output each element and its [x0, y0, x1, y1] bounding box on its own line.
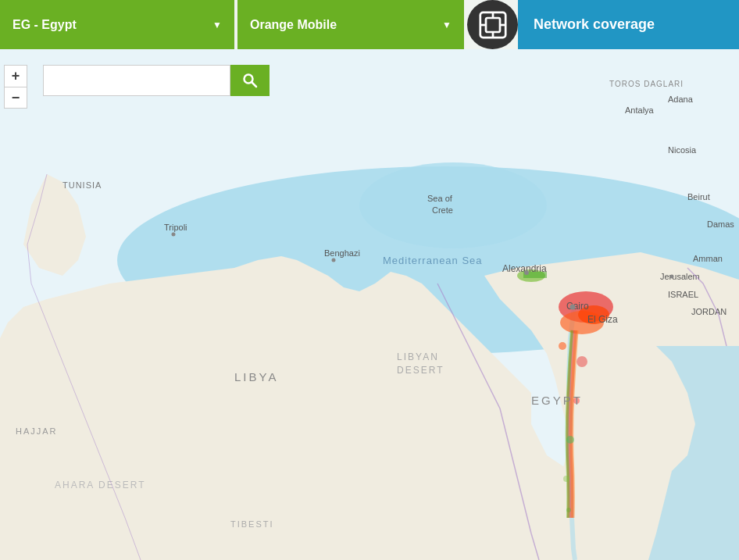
- svg-text:DESERT: DESERT: [397, 365, 444, 376]
- svg-point-17: [566, 436, 574, 444]
- zoom-controls: + −: [4, 65, 27, 109]
- svg-text:Amman: Amman: [693, 254, 723, 263]
- svg-text:Beirut: Beirut: [687, 192, 710, 202]
- operator-label: Orange Mobile: [250, 18, 337, 32]
- svg-rect-1: [486, 18, 500, 32]
- svg-text:TUNISIA: TUNISIA: [62, 180, 102, 190]
- svg-point-47: [332, 259, 336, 262]
- svg-point-46: [172, 233, 176, 237]
- svg-text:HAJJAR: HAJJAR: [16, 426, 58, 436]
- operator-arrow-icon: ▼: [442, 20, 452, 30]
- country-dropdown[interactable]: EG - Egypt ▼: [0, 0, 234, 49]
- svg-text:Nicosia: Nicosia: [668, 145, 697, 155]
- network-coverage-label: Network coverage: [534, 16, 655, 33]
- svg-text:Sea of: Sea of: [427, 194, 453, 203]
- svg-point-15: [577, 356, 587, 367]
- map-container[interactable]: TOROS DAGLARI Adana Antalya Sea of Crete…: [0, 49, 739, 560]
- svg-point-14: [559, 342, 566, 350]
- zoom-out-button[interactable]: −: [4, 87, 27, 109]
- svg-text:LIBYA: LIBYA: [234, 370, 278, 383]
- svg-text:Cairo: Cairo: [566, 301, 589, 312]
- svg-text:Adana: Adana: [668, 95, 694, 104]
- svg-text:Antalya: Antalya: [625, 105, 655, 115]
- expand-icon-button[interactable]: [467, 0, 518, 49]
- svg-text:LIBYAN: LIBYAN: [397, 351, 439, 362]
- svg-text:TIBESTI: TIBESTI: [230, 519, 274, 529]
- search-bar: [43, 65, 270, 96]
- header: EG - Egypt ▼ Orange Mobile ▼ Network cov…: [0, 0, 739, 49]
- svg-text:ISRAEL: ISRAEL: [668, 290, 698, 299]
- svg-point-18: [563, 476, 569, 482]
- country-label: EG - Egypt: [12, 18, 77, 32]
- network-coverage-button[interactable]: Network coverage: [518, 0, 739, 49]
- svg-point-49: [570, 305, 576, 310]
- svg-text:Benghazi: Benghazi: [324, 248, 360, 258]
- svg-text:Tripoli: Tripoli: [164, 223, 187, 232]
- search-button[interactable]: [230, 65, 270, 96]
- svg-text:El Giza: El Giza: [587, 314, 618, 325]
- svg-point-48: [524, 270, 529, 275]
- operator-dropdown[interactable]: Orange Mobile ▼: [237, 0, 464, 49]
- svg-text:Damas: Damas: [707, 219, 734, 229]
- svg-text:Crete: Crete: [432, 205, 453, 215]
- svg-point-19: [566, 508, 571, 512]
- zoom-in-button[interactable]: +: [4, 65, 27, 87]
- country-arrow-icon: ▼: [212, 20, 222, 30]
- svg-text:Jerusalem: Jerusalem: [660, 272, 700, 281]
- svg-text:JORDAN: JORDAN: [691, 307, 727, 316]
- svg-point-8: [359, 162, 547, 248]
- svg-text:EGYPT: EGYPT: [531, 394, 583, 407]
- search-input[interactable]: [43, 65, 230, 96]
- svg-line-52: [252, 83, 257, 87]
- svg-text:AHARA DESERT: AHARA DESERT: [55, 480, 145, 490]
- svg-text:Mediterranean Sea: Mediterranean Sea: [383, 255, 483, 266]
- svg-text:TOROS DAGLARI: TOROS DAGLARI: [609, 80, 684, 88]
- svg-point-50: [670, 275, 674, 279]
